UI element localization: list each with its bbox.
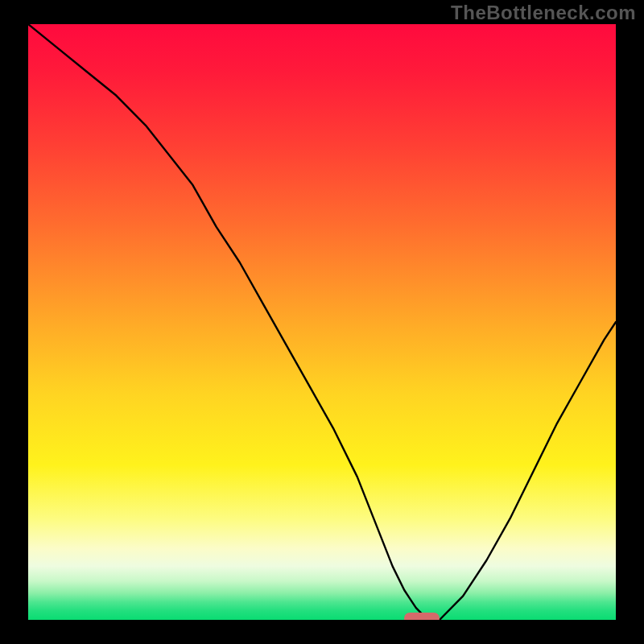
minimum-marker [404, 613, 440, 620]
curve-path [28, 24, 616, 620]
plot-area [28, 24, 616, 620]
chart-frame: TheBottleneck.com [0, 0, 644, 644]
watermark-text: TheBottleneck.com [451, 2, 636, 24]
bottleneck-curve [28, 24, 616, 620]
